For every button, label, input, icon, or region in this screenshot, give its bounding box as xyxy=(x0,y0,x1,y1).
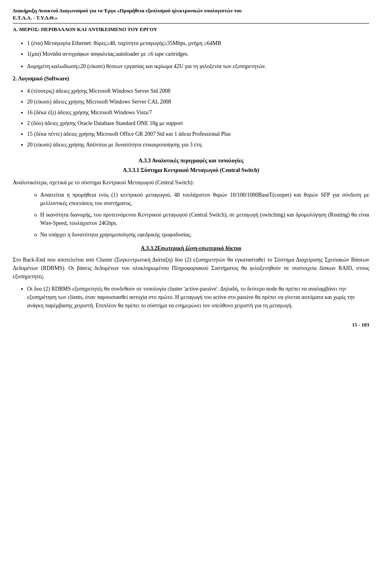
a332-intro: Στο Back-End που αποτελείται από Cluster… xyxy=(13,256,369,281)
a331-item-2: o Να υπάρχει η δυνατότητα χρησιμοποίησης… xyxy=(34,231,369,239)
a331-bullet-2: o xyxy=(34,231,37,239)
bullet-ethernet: 1 (ένα) Μεταγωγέα Ethernet: θύρες≥48, τα… xyxy=(27,39,369,47)
header-line2: Ε.Τ.Α.Α. - Τ.Υ.Δ.Θ.» xyxy=(13,14,369,21)
a331-intro: Αναλυτικότερα, σχετικά με το σύστημα Κεν… xyxy=(13,178,369,187)
software-section-title: 2. Λογισμικό (Software) xyxy=(13,74,369,83)
cabling-item: Δομημένη καλωδίωση≥20 (είκοσι) θέσεων ερ… xyxy=(27,62,369,70)
software-item-5: 20 (είκοσι) άδειες χρήσης Antivirus με δ… xyxy=(27,141,369,149)
software-title-text: 2. Λογισμικό (Software) xyxy=(13,76,69,82)
software-item-0: 4 (τέσσερις) άδειες χρήσης Microsoft Win… xyxy=(27,87,369,95)
section-header: Α. ΜΕΡΟΣ: ΠΕΡΙΒΑΛΛΟΝ ΚΑΙ ΑΝΤΙΚΕΙΜΕΝΟ ΤΟΥ… xyxy=(13,26,369,33)
a331-items: o Απαιτείται η προμήθεια ενός (1) κεντρι… xyxy=(34,191,369,239)
a331-text-2: Να υπάρχει η δυνατότητα χρησιμοποίησης ε… xyxy=(40,231,369,239)
page-header: Διακήρυξη Ανοικτού Διαγωνισμού για το Έρ… xyxy=(13,7,369,21)
a331-text-1: Η ικανότητα διανομής, του προτεινόμενου … xyxy=(40,211,369,227)
intro-bullet-list: 1 (ένα) Μεταγωγέα Ethernet: θύρες≥48, τα… xyxy=(27,39,369,58)
header-line1: Διακήρυξη Ανοικτού Διαγωνισμού για το Έρ… xyxy=(13,7,369,14)
page-header-block: Διακήρυξη Ανοικτού Διαγωνισμού για το Έρ… xyxy=(13,7,369,33)
a331-bullet-0: o xyxy=(34,191,37,199)
page-footer: 15 - 103 xyxy=(13,322,369,328)
page-number: 15 - 103 xyxy=(352,322,369,328)
bullet-autoloader: 1(μία) Μονάδα αντιγράφων ασφαλείας:autol… xyxy=(27,50,369,58)
software-item-4: 15 (δέκα πέντε) άδειες χρήσης Microsoft … xyxy=(27,130,369,138)
a332-item-0: Οι δυο (2) RDBMS εξυπηρετητές θα συνδεθο… xyxy=(27,285,369,310)
software-bullet-list: 4 (τέσσερις) άδειες χρήσης Microsoft Win… xyxy=(27,87,369,149)
software-item-1: 20 (είκοσι) άδειες χρήσης Microsoft Wind… xyxy=(27,98,369,106)
section-a331-title: Α.3.3.1 Σύστημα Κεντρικού Μεταγωγού (Cen… xyxy=(13,167,369,174)
section-a332-title: Α.3.3.2Εσωτερική ζώνη-εσωτερικό δίκτυο xyxy=(13,245,369,252)
a331-item-0: o Απαιτείται η προμήθεια ενός (1) κεντρι… xyxy=(34,191,369,207)
a331-item-1: o Η ικανότητα διανομής, του προτεινόμενο… xyxy=(34,211,369,227)
section-a33-title: Α.3.3 Αναλυτικές περιγραφές και τοπολογί… xyxy=(13,158,369,164)
header-divider xyxy=(13,23,369,23)
software-item-3: 2 (δύο) άδειες χρήσης Oracle Database St… xyxy=(27,119,369,127)
cabling-list: Δομημένη καλωδίωση≥20 (είκοσι) θέσεων ερ… xyxy=(27,62,369,70)
a332-bullet-list: Οι δυο (2) RDBMS εξυπηρετητές θα συνδεθο… xyxy=(27,285,369,310)
software-item-2: 16 (δέκα έξι) άδειες χρήσης Microsoft Wi… xyxy=(27,108,369,117)
a331-text-0: Απαιτείται η προμήθεια ενός (1) κεντρικο… xyxy=(40,191,369,207)
software-section: 2. Λογισμικό (Software) 4 (τέσσερις) άδε… xyxy=(13,74,369,149)
a331-bullet-1: o xyxy=(34,211,37,219)
